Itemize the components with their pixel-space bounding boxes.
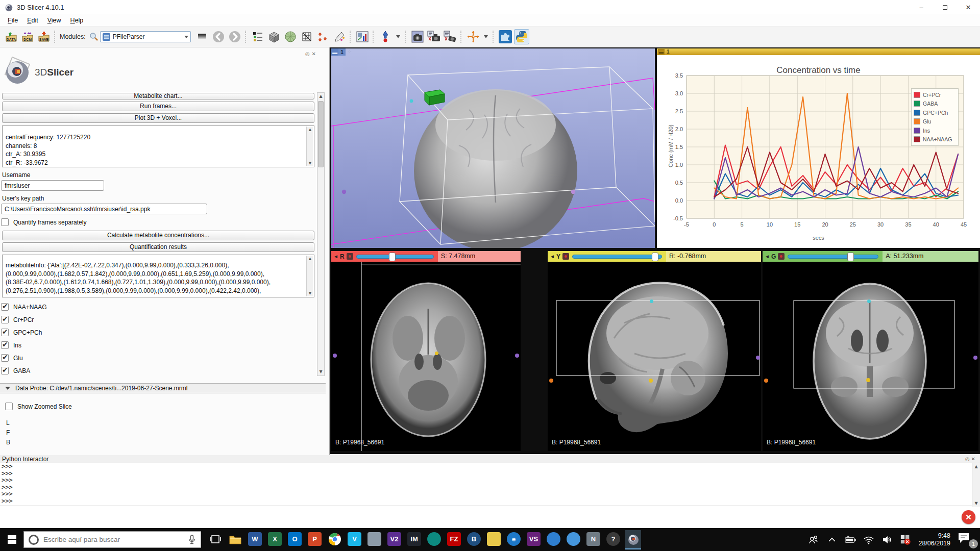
start-button[interactable] — [0, 528, 23, 551]
pin-icon[interactable]: ▬ — [331, 48, 338, 56]
chart-view[interactable]: ▬ 1 Concentration vs time -5051015202530… — [657, 48, 980, 248]
metabolite-checkbox-row[interactable]: GABA — [1, 364, 329, 377]
maximize-button[interactable] — [933, 0, 957, 14]
slice-offset-slider[interactable] — [572, 255, 662, 259]
taskbar-app-audio-app[interactable] — [426, 530, 442, 549]
metabolite-checkbox-row[interactable]: Ins — [1, 339, 329, 352]
chevron-up-icon[interactable] — [826, 534, 838, 545]
pin-icon[interactable]: ◄ — [333, 254, 338, 259]
taskbar-app-dev-tool-2[interactable] — [566, 530, 581, 549]
pin-icon[interactable]: ▬ — [658, 49, 665, 55]
menu-item-file[interactable]: File — [3, 15, 22, 26]
chart-view-controller[interactable]: ▬ 1 — [657, 48, 980, 55]
people-icon[interactable] — [808, 534, 819, 545]
threed-view-controller[interactable]: ▬ 1 ✧ — [331, 48, 352, 56]
menu-item-help[interactable]: Help — [66, 15, 88, 26]
taskbar-app-n-app[interactable]: N — [585, 530, 601, 549]
wifi-icon[interactable] — [863, 534, 874, 545]
pin-icon[interactable]: ◄ — [550, 254, 555, 259]
keypath-input[interactable] — [1, 204, 207, 214]
metabolite-checkbox[interactable] — [1, 316, 9, 323]
metabolite-checkbox-row[interactable]: NAA+NAAG — [1, 300, 329, 313]
quantify-checkbox[interactable] — [1, 218, 9, 226]
show-zoomed-row[interactable]: Show Zoomed Slice — [5, 402, 329, 411]
textbox-scrollbar[interactable]: ▲▼ — [306, 127, 313, 166]
taskbar-clock[interactable]: 9:48 28/06/2019 — [918, 532, 950, 547]
metabolite-checkbox[interactable] — [1, 354, 9, 362]
forward-arrow-icon[interactable] — [227, 29, 242, 44]
close-button[interactable]: ✕ — [957, 0, 980, 14]
plot-3d-voxel-button[interactable]: Plot 3D + Voxel... — [2, 113, 314, 123]
data-probe-header[interactable]: Data Probe: C:/dev/1.namic/scenes/ti...2… — [0, 383, 326, 393]
slice-offset-value[interactable]: R: -0.768mm — [666, 251, 761, 262]
taskbar-app-notes-app[interactable] — [486, 530, 502, 549]
fiducial-dropdown-icon[interactable] — [394, 29, 402, 44]
back-arrow-icon[interactable] — [211, 29, 226, 44]
slice-menu-icon[interactable] — [562, 253, 569, 260]
metabolite-checkbox-row[interactable]: GPC+PCh — [1, 326, 329, 339]
taskbar-app-dev-tool-1[interactable] — [546, 530, 561, 549]
taskbar-app-help-app[interactable]: ? — [605, 530, 621, 549]
scene-view-icon[interactable] — [426, 29, 442, 44]
python-console[interactable]: >>> >>> >>> >>> >>> >>> ▲▼ — [0, 463, 980, 506]
battery-icon[interactable] — [845, 534, 856, 545]
header-info-textbox[interactable]: centralFrequency: 1277125220channels: 8c… — [2, 126, 314, 167]
module-selector-dropdown[interactable]: PFileParser — [100, 31, 191, 42]
save-icon[interactable]: SAVE — [36, 29, 52, 44]
volume-cube-icon[interactable] — [266, 29, 282, 44]
console-scrollbar[interactable]: ▲▼ — [972, 463, 980, 507]
threed-view[interactable]: ▬ 1 ✧ — [331, 48, 655, 248]
calculate-concentrations-button[interactable]: Calculate metabolite concentrations... — [2, 231, 314, 240]
layout-chart-icon[interactable] — [355, 29, 370, 44]
taskbar-app-blue-tool[interactable]: e — [506, 530, 522, 549]
axial-slice-image[interactable]: B: P19968_56691 — [331, 262, 521, 451]
slice-view-red[interactable]: ◄ R S: 7.478mm — [331, 251, 521, 451]
taskbar-app-word[interactable]: W — [247, 530, 263, 549]
app-alert-icon[interactable] — [900, 534, 911, 545]
module-tree-icon[interactable] — [250, 29, 265, 44]
fiducial-icon[interactable] — [378, 29, 393, 44]
taskbar-app-implab[interactable]: IM — [406, 530, 422, 549]
python-interactor-header[interactable]: Python Interactor ◎✕ — [0, 455, 980, 463]
metabolite-checkbox-row[interactable]: Cr+PCr — [1, 313, 329, 326]
slice-view-yellow[interactable]: ◄ Y R: -0.768mm B — [548, 251, 761, 451]
module-history-icon[interactable] — [194, 29, 210, 44]
menu-item-edit[interactable]: Edit — [22, 15, 43, 26]
slice-offset-value[interactable]: A: 51.233mm — [883, 251, 978, 262]
taskbar-app-outlook[interactable]: O — [287, 530, 303, 549]
python-console-icon[interactable] — [514, 29, 529, 44]
center-view-icon[interactable]: ✧ — [347, 48, 352, 56]
search-input[interactable] — [43, 536, 183, 543]
metabolite-checkbox[interactable] — [1, 341, 9, 349]
taskbar-app-system-window[interactable] — [366, 530, 382, 549]
green-slice-bar[interactable]: ◄ G A: 51.233mm — [763, 251, 978, 262]
taskbar-app-video-app[interactable]: V — [347, 530, 362, 549]
taskbar-app-powerpoint[interactable]: P — [307, 530, 323, 549]
metabolite-checkbox[interactable] — [1, 329, 9, 336]
quantify-checkbox-row[interactable]: Quantify frames separately — [1, 217, 329, 227]
taskbar-app-filezilla[interactable]: FZ — [446, 530, 462, 549]
scroll-thumb[interactable] — [318, 101, 324, 167]
show-zoomed-checkbox[interactable] — [5, 403, 13, 410]
coronal-slice-image[interactable]: B: P19968_56691 — [763, 262, 978, 451]
slice-offset-value[interactable]: S: 7.478mm — [438, 251, 521, 262]
load-dicom-icon[interactable]: DCM — [20, 29, 35, 44]
taskbar-app-file-explorer[interactable] — [227, 530, 243, 549]
taskbar-app-v2-app[interactable]: V2 — [386, 530, 402, 549]
panel-scrollbar[interactable]: ▲ ▼ — [317, 92, 325, 376]
notification-center-icon[interactable]: 1 — [958, 532, 975, 547]
metabolite-checkbox-row[interactable]: Glu — [1, 352, 329, 364]
scene-view-restore-icon[interactable] — [443, 29, 458, 44]
minimize-button[interactable]: – — [910, 0, 933, 14]
metabolite-chart-button[interactable]: Metabolite chart... — [2, 93, 314, 99]
markups-icon[interactable] — [315, 29, 331, 44]
sagittal-slice-image[interactable]: B: P19968_56691 — [548, 262, 761, 451]
volume-icon[interactable] — [881, 534, 893, 545]
slice-view-green[interactable]: ◄ G A: 51.233mm — [763, 251, 978, 451]
extensions-icon[interactable] — [498, 29, 513, 44]
models-sphere-icon[interactable] — [283, 29, 298, 44]
textbox-scrollbar[interactable]: ▲▼ — [306, 256, 313, 296]
yellow-slice-bar[interactable]: ◄ Y R: -0.768mm — [548, 251, 761, 262]
menu-item-view[interactable]: View — [43, 15, 66, 26]
taskbar-app-b-app[interactable]: B — [466, 530, 482, 549]
